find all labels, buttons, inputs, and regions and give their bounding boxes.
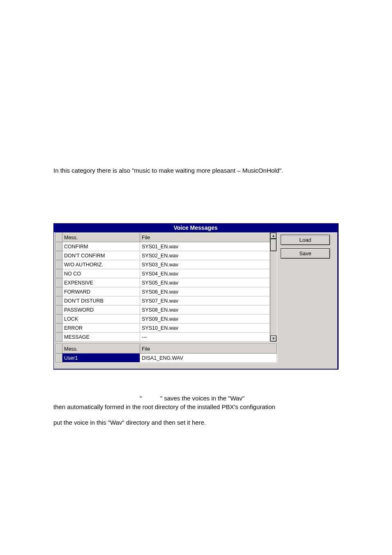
- grid2-container: Mess. File User1DISA1_ENG.WAV: [55, 344, 277, 363]
- table-row[interactable]: DON'T CONFIRMSYS02_EN.wav: [56, 251, 270, 260]
- table-row[interactable]: LOCKSYS09_EN.wav: [56, 314, 270, 324]
- cell-file[interactable]: SYS07_EN.wav: [140, 296, 270, 305]
- cell-file[interactable]: SYS02_EN.wav: [140, 251, 270, 260]
- row-header[interactable]: [56, 314, 62, 324]
- grid2-header-row: Mess. File: [56, 345, 277, 354]
- cell-file[interactable]: SYS08_EN.wav: [140, 305, 270, 314]
- grid1-header-file[interactable]: File: [140, 233, 270, 242]
- table-row[interactable]: FORWARDSYS06_EN.wav: [56, 287, 270, 296]
- panel-title: Voice Messages: [54, 224, 337, 232]
- cell-mess[interactable]: W/O AUTHORIZ.: [62, 260, 140, 269]
- grid2-header-file[interactable]: File: [140, 345, 277, 354]
- row-header[interactable]: [56, 305, 62, 314]
- intro-paragraph: In this category there is also "music to…: [53, 166, 339, 175]
- row-header[interactable]: [56, 354, 62, 363]
- cell-file[interactable]: SYS04_EN.wav: [140, 269, 270, 278]
- buttons-column: Load Save: [277, 232, 334, 262]
- load-button[interactable]: Load: [281, 235, 330, 245]
- grid1[interactable]: Mess. File CONFIRMSYS01_EN.wavDON'T CONF…: [56, 233, 270, 342]
- cell-mess[interactable]: PASSWORD: [62, 305, 140, 314]
- row-header[interactable]: [56, 287, 62, 296]
- grid2-header-mess[interactable]: Mess.: [62, 345, 140, 354]
- cell-mess[interactable]: MESSAGE: [62, 333, 140, 342]
- cell-file[interactable]: SYS01_EN.wav: [140, 242, 270, 251]
- grid1-header-mess[interactable]: Mess.: [62, 233, 140, 242]
- table-row[interactable]: ERRORSYS10_EN.wav: [56, 324, 270, 333]
- cell-mess[interactable]: DON'T CONFIRM: [62, 251, 140, 260]
- grid2[interactable]: Mess. File User1DISA1_ENG.WAV: [56, 344, 277, 363]
- after-line3: put the voice in this "Wav" directory an…: [53, 419, 339, 427]
- tables-column: Mess. File CONFIRMSYS01_EN.wavDON'T CONF…: [55, 232, 277, 365]
- document-page: In this category there is also "music to…: [0, 0, 392, 555]
- table-row[interactable]: NO COSYS04_EN.wav: [56, 269, 270, 278]
- row-header[interactable]: [56, 242, 62, 251]
- cell-file[interactable]: SYS10_EN.wav: [140, 324, 270, 333]
- scroll-up-icon[interactable]: ▲: [270, 233, 277, 239]
- table-row[interactable]: EXPENSIVESYS05_EN.wav: [56, 278, 270, 287]
- cell-file[interactable]: SYS03_EN.wav: [140, 260, 270, 269]
- grid1-container: Mess. File CONFIRMSYS01_EN.wavDON'T CONF…: [55, 232, 277, 342]
- cell-mess[interactable]: CONFIRM: [62, 242, 140, 251]
- grid1-scrollbar[interactable]: ▲ ▼: [270, 233, 277, 342]
- cell-mess[interactable]: NO CO: [62, 269, 140, 278]
- row-header[interactable]: [56, 251, 62, 260]
- screenshot-figure: Voice Messages Mess. File: [53, 223, 339, 370]
- after-line1-quote1: ": [140, 395, 142, 402]
- voice-messages-panel: Voice Messages Mess. File: [53, 223, 339, 370]
- cell-mess[interactable]: User1: [62, 354, 140, 363]
- scroll-thumb[interactable]: [270, 239, 277, 251]
- panel-body: Mess. File CONFIRMSYS01_EN.wavDON'T CONF…: [54, 232, 337, 369]
- grid1-header-row: Mess. File: [56, 233, 270, 242]
- row-header[interactable]: [56, 260, 62, 269]
- table-row[interactable]: MESSAGE---: [56, 333, 270, 342]
- cell-mess[interactable]: EXPENSIVE: [62, 278, 140, 287]
- row-header[interactable]: [56, 296, 62, 305]
- table-row[interactable]: PASSWORDSYS08_EN.wav: [56, 305, 270, 314]
- cell-file[interactable]: SYS09_EN.wav: [140, 314, 270, 324]
- table-row[interactable]: User1DISA1_ENG.WAV: [56, 354, 277, 363]
- after-line1-rest: " saves the voices in the "Wav": [160, 395, 245, 402]
- table-row[interactable]: DON'T DISTURBSYS07_EN.wav: [56, 296, 270, 305]
- cell-file[interactable]: DISA1_ENG.WAV: [140, 354, 277, 363]
- scroll-down-icon[interactable]: ▼: [270, 335, 277, 342]
- row-header[interactable]: [56, 269, 62, 278]
- grid2-corner: [56, 345, 62, 354]
- row-header[interactable]: [56, 278, 62, 287]
- cell-file[interactable]: SYS05_EN.wav: [140, 278, 270, 287]
- cell-mess[interactable]: LOCK: [62, 314, 140, 324]
- cell-file[interactable]: SYS06_EN.wav: [140, 287, 270, 296]
- row-header[interactable]: [56, 324, 62, 333]
- grid1-corner: [56, 233, 62, 242]
- save-button[interactable]: Save: [281, 248, 330, 259]
- cell-file[interactable]: ---: [140, 333, 270, 342]
- row-header[interactable]: [56, 333, 62, 342]
- cell-mess[interactable]: DON'T DISTURB: [62, 296, 140, 305]
- after-text-block: " " saves the voices in the "Wav" then a…: [53, 394, 339, 427]
- cell-mess[interactable]: ERROR: [62, 324, 140, 333]
- after-line2: then automatically formed in the root di…: [53, 403, 339, 411]
- cell-mess[interactable]: FORWARD: [62, 287, 140, 296]
- table-row[interactable]: CONFIRMSYS01_EN.wav: [56, 242, 270, 251]
- table-row[interactable]: W/O AUTHORIZ.SYS03_EN.wav: [56, 260, 270, 269]
